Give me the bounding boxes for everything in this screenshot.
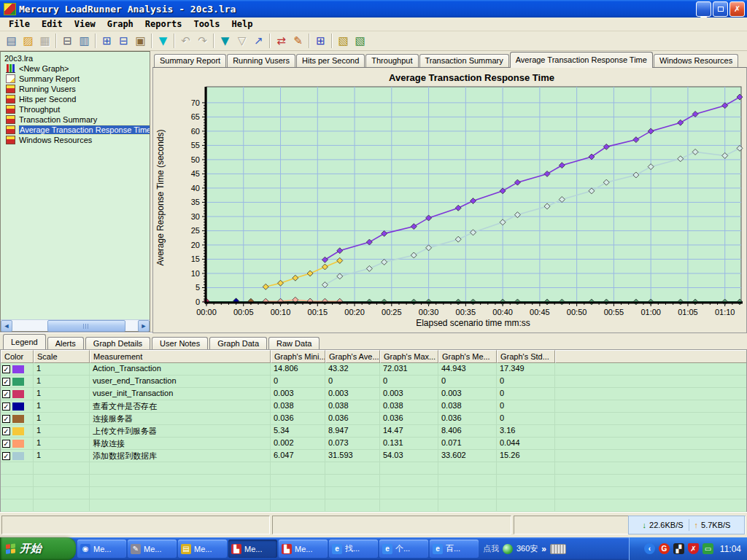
task-button-3[interactable]: ▤Me... xyxy=(178,540,227,558)
legend-tab-graph-details[interactable]: Graph Details xyxy=(85,337,150,349)
column-header-graph-s-mini[interactable]: Graph's Mini... xyxy=(271,350,325,363)
legend-tab-alerts[interactable]: Alerts xyxy=(47,337,84,349)
menu-help[interactable]: Help xyxy=(226,18,259,30)
new-session-button[interactable]: ▤ xyxy=(3,33,20,49)
task-button-4[interactable]: ▙Me... xyxy=(228,540,277,558)
column-header-graph-s-ave[interactable]: Graph's Ave... xyxy=(325,350,380,363)
scroll-thumb[interactable] xyxy=(47,320,125,332)
menu-file[interactable]: File xyxy=(3,18,36,30)
add-graph-button[interactable]: ⊞ xyxy=(98,33,115,49)
legend-row[interactable]: ✓1释放连接0.0020.0730.1310.0710.044 xyxy=(1,438,746,450)
column-header-graph-s-me[interactable]: Graph's Me... xyxy=(438,350,497,363)
legend-tab-legend[interactable]: Legend xyxy=(3,334,46,349)
scroll-left-button[interactable]: ◄ xyxy=(1,320,12,332)
menu-edit[interactable]: Edit xyxy=(36,18,69,30)
tab-running-vusers[interactable]: Running Vusers xyxy=(227,54,295,67)
start-button[interactable]: 开始 xyxy=(0,537,76,560)
measurement-checkbox[interactable]: ✓ xyxy=(2,440,10,448)
menu-tools[interactable]: Tools xyxy=(187,18,225,30)
task-button-6[interactable]: e找... xyxy=(329,540,378,558)
close-button[interactable]: ✗ xyxy=(729,1,745,17)
task-button-8[interactable]: e百... xyxy=(430,540,479,558)
menu-view[interactable]: View xyxy=(69,18,101,30)
legend-tab-graph-data[interactable]: Graph Data xyxy=(209,337,267,349)
sidebar-item-transaction-summary[interactable]: Transaction Summary xyxy=(4,114,150,125)
remove-graph-button[interactable]: ⊟ xyxy=(115,33,132,49)
tab-average-transaction-response-time[interactable]: Average Transaction Response Time xyxy=(510,52,653,68)
task-button-2[interactable]: ✎Me... xyxy=(128,540,177,558)
measurement-checkbox[interactable]: ✓ xyxy=(2,378,10,386)
language-bar-icon[interactable]: ‹ xyxy=(644,543,655,554)
keyboard-layout-icon[interactable] xyxy=(550,544,566,554)
360-safe-icon[interactable] xyxy=(503,544,513,554)
drive-icon[interactable]: ▭ xyxy=(703,543,713,554)
legend-row[interactable]: ✓1上传文件到服务器5.348.94714.478.4063.16 xyxy=(1,425,746,438)
sidebar-item-throughput[interactable]: Throughput xyxy=(4,104,150,114)
sidebar-item-average-transaction-response-time[interactable]: Average Transaction Response Time xyxy=(4,125,150,135)
thunder-icon[interactable]: G xyxy=(659,543,670,554)
annotate-graph-button[interactable]: ▧ xyxy=(335,33,352,49)
legend-row[interactable]: ✓1vuser_init_Transaction0.0030.0030.0030… xyxy=(1,388,746,400)
svg-text:00:05: 00:05 xyxy=(233,308,254,316)
tab-transaction-summary[interactable]: Transaction Summary xyxy=(419,54,509,67)
360-label[interactable]: 360安 xyxy=(516,543,538,554)
legend-tab-user-notes[interactable]: User Notes xyxy=(152,337,208,349)
auto-correlate-button[interactable]: ✎ xyxy=(290,33,306,49)
merge-graphs-button[interactable]: ↗ xyxy=(250,33,267,49)
scroll-track[interactable] xyxy=(12,320,138,331)
pet-icon[interactable]: ▞ xyxy=(673,543,684,554)
print-preview-button[interactable]: ▥ xyxy=(76,33,93,49)
chevron-more-icon[interactable]: » xyxy=(541,544,546,554)
column-header-graph-s-std[interactable]: Graph's Std... xyxy=(497,350,555,363)
empty-cell xyxy=(34,475,90,486)
measurement-checkbox[interactable]: ✓ xyxy=(2,415,10,423)
view-data-grid-icon: ⊞ xyxy=(316,36,325,47)
column-header-graph-s-max[interactable]: Graph's Max... xyxy=(380,350,438,363)
sidebar-item-new-graph[interactable]: <New Graph> xyxy=(4,63,150,74)
column-header-scale[interactable]: Scale xyxy=(34,350,90,363)
legend-row[interactable]: ✓1连接服务器0.0360.0360.0360.0360 xyxy=(1,413,746,425)
security-shield-icon[interactable]: ✗ xyxy=(688,543,699,554)
column-header-measurement[interactable]: Measurement xyxy=(90,350,271,363)
set-filter-button[interactable]: ▼ xyxy=(155,33,171,49)
task-button-5[interactable]: ▙Me... xyxy=(279,540,328,558)
task-button-1[interactable]: ◉Me... xyxy=(77,540,126,558)
legend-row[interactable]: ✓1vuser_end_Transaction00000 xyxy=(1,376,746,388)
sidebar-item-hits-per-second[interactable]: Hits per Second xyxy=(4,94,150,104)
scroll-right-button[interactable]: ► xyxy=(138,320,150,332)
report-wizard-button[interactable]: ▣ xyxy=(132,33,149,49)
tab-windows-resources[interactable]: Windows Resources xyxy=(654,54,738,67)
legend-row[interactable]: ✓1Action_Transaction14.80643.3272.03144.… xyxy=(1,363,746,376)
cross-with-result-button[interactable]: ⇄ xyxy=(273,33,290,49)
menu-graph[interactable]: Graph xyxy=(101,18,139,30)
sidebar-item-windows-resources[interactable]: Windows Resources xyxy=(4,135,150,145)
measurement-checkbox[interactable]: ✓ xyxy=(2,452,10,460)
open-file-button[interactable]: ▨ xyxy=(20,33,36,49)
minimize-button[interactable]: ▁ xyxy=(696,1,711,17)
global-filter-button[interactable]: ▼ xyxy=(217,33,233,49)
tab-summary-report[interactable]: Summary Report xyxy=(154,54,226,67)
legend-tab-raw-data[interactable]: Raw Data xyxy=(268,337,320,349)
tab-hits-per-second[interactable]: Hits per Second xyxy=(296,54,365,67)
measurement-checkbox[interactable]: ✓ xyxy=(2,427,10,435)
view-data-grid-button[interactable]: ⊞ xyxy=(312,33,329,49)
print-button[interactable]: ⊟ xyxy=(59,33,76,49)
response-time-chart[interactable]: 051015202530354045505560657000:0000:0500… xyxy=(153,83,746,331)
tab-throughput[interactable]: Throughput xyxy=(365,54,418,67)
drill-down-button[interactable]: ▧ xyxy=(352,33,368,49)
restore-button[interactable] xyxy=(713,1,728,17)
sidebar-item-running-vusers[interactable]: Running Vusers xyxy=(4,84,150,94)
column-header-color[interactable]: Color xyxy=(1,350,34,363)
measurement-checkbox[interactable]: ✓ xyxy=(2,390,10,398)
measurement-checkbox[interactable]: ✓ xyxy=(2,402,10,411)
tree-root[interactable]: 20c3.lra xyxy=(3,53,150,63)
measurement-checkbox[interactable]: ✓ xyxy=(2,365,10,373)
legend-row[interactable]: ✓1添加数据到数据库6.04731.59354.0333.60215.26 xyxy=(1,450,746,462)
menu-reports[interactable]: Reports xyxy=(139,18,188,30)
sidebar-item-summary-report[interactable]: Summary Report xyxy=(4,74,150,84)
legend-row[interactable]: ✓1查看文件是否存在0.0380.0380.0380.0380 xyxy=(1,400,746,413)
tree-hscrollbar[interactable]: ◄ ► xyxy=(1,319,150,331)
quick-text[interactable]: 点我 xyxy=(483,543,499,554)
minimize-icon: ▁ xyxy=(700,12,706,15)
task-button-7[interactable]: e个... xyxy=(379,540,428,558)
